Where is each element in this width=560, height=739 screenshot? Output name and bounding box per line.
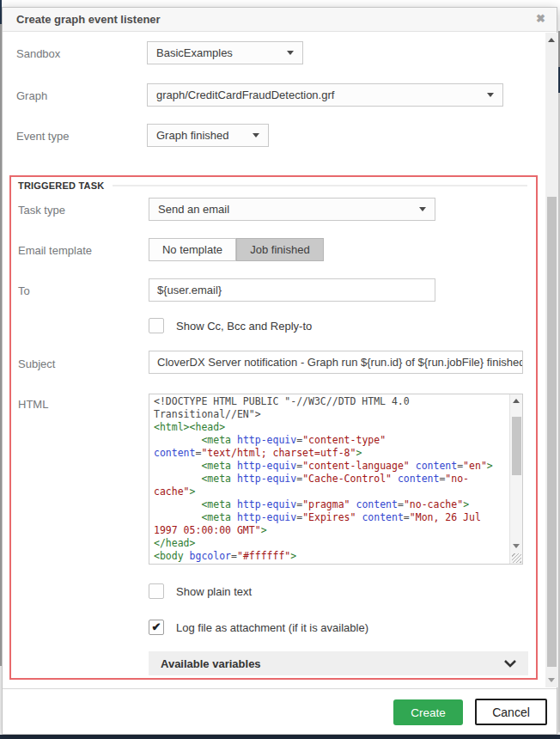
page: Create graph event listener ✖ Sandbox Ba… (0, 0, 560, 739)
triggered-task-section: TRIGGERED TASK Task type Send an email E… (9, 175, 538, 680)
available-variables-expander[interactable]: Available variables (149, 651, 528, 675)
dialog-scrollbar[interactable] (545, 33, 558, 687)
event-type-select[interactable]: Graph finished (147, 124, 269, 147)
cancel-button[interactable]: Cancel (475, 699, 547, 725)
sandbox-select-value: BasicExamples (156, 46, 233, 59)
triggered-task-legend-row: TRIGGERED TASK (18, 180, 527, 191)
show-cc-label: Show Cc, Bcc and Reply-to (176, 320, 312, 333)
subject-input[interactable]: CloverDX Server notification - Graph run… (149, 351, 523, 374)
resize-grip-icon[interactable] (512, 553, 521, 563)
graph-select-value: graph/CreditCardFraudDetection.grf (156, 89, 334, 101)
page-bottom-band (0, 735, 560, 739)
scroll-up-icon[interactable] (548, 38, 555, 42)
chevron-down-icon (253, 133, 259, 137)
sandbox-select[interactable]: BasicExamples (147, 41, 303, 64)
available-variables-label: Available variables (161, 657, 261, 670)
graph-label: Graph (16, 89, 47, 102)
to-input[interactable]: ${user.email} (149, 278, 435, 302)
dialog-scrollbar-thumb[interactable] (547, 197, 557, 667)
editor-scrollbar-thumb[interactable] (512, 417, 521, 475)
chevron-down-icon (487, 93, 494, 97)
chevron-down-icon (504, 660, 516, 668)
log-attachment-label: Log file as attachment (if it is availab… (176, 621, 368, 634)
event-type-select-value: Graph finished (156, 129, 229, 142)
subject-label: Subject (18, 357, 55, 370)
html-label: HTML (18, 398, 48, 411)
html-code-editor[interactable]: <!DOCTYPE HTML PUBLIC "-//W3C//DTD HTML … (149, 394, 523, 565)
task-type-label: Task type (18, 204, 65, 217)
create-button[interactable]: Create (393, 699, 463, 725)
toggle-option-job-finished[interactable]: Job finished (236, 238, 324, 261)
scroll-up-icon[interactable] (513, 399, 520, 403)
log-attachment-checkbox[interactable]: ✔ (149, 620, 164, 635)
event-type-label: Event type (16, 130, 69, 143)
to-label: To (18, 284, 30, 297)
toggle-option-no-template[interactable]: No template (149, 238, 236, 261)
scroll-down-icon[interactable] (513, 544, 520, 548)
editor-scrollbar[interactable] (509, 394, 522, 564)
close-icon[interactable]: ✖ (536, 12, 545, 25)
show-plain-text-label: Show plain text (176, 585, 252, 598)
dialog-footer: Create Cancel (3, 688, 557, 734)
scroll-down-icon[interactable] (548, 678, 555, 682)
create-graph-event-listener-dialog: Create graph event listener ✖ Sandbox Ba… (2, 7, 557, 735)
graph-select[interactable]: graph/CreditCardFraudDetection.grf (147, 83, 503, 107)
task-type-select[interactable]: Send an email (149, 198, 435, 221)
dialog-title: Create graph event listener (16, 13, 161, 26)
chevron-down-icon (287, 51, 294, 55)
task-type-select-value: Send an email (158, 203, 229, 216)
show-plain-text-checkbox[interactable] (149, 583, 164, 599)
triggered-task-legend: TRIGGERED TASK (18, 180, 104, 191)
email-template-toggle: No template Job finished (149, 238, 324, 261)
chevron-down-icon (419, 207, 426, 211)
email-template-label: Email template (18, 244, 92, 257)
sandbox-label: Sandbox (16, 47, 60, 60)
html-code-content[interactable]: <!DOCTYPE HTML PUBLIC "-//W3C//DTD HTML … (154, 395, 497, 563)
legend-divider (113, 185, 527, 186)
show-cc-checkbox[interactable] (149, 318, 164, 333)
dialog-header: Create graph event listener ✖ (3, 8, 557, 32)
